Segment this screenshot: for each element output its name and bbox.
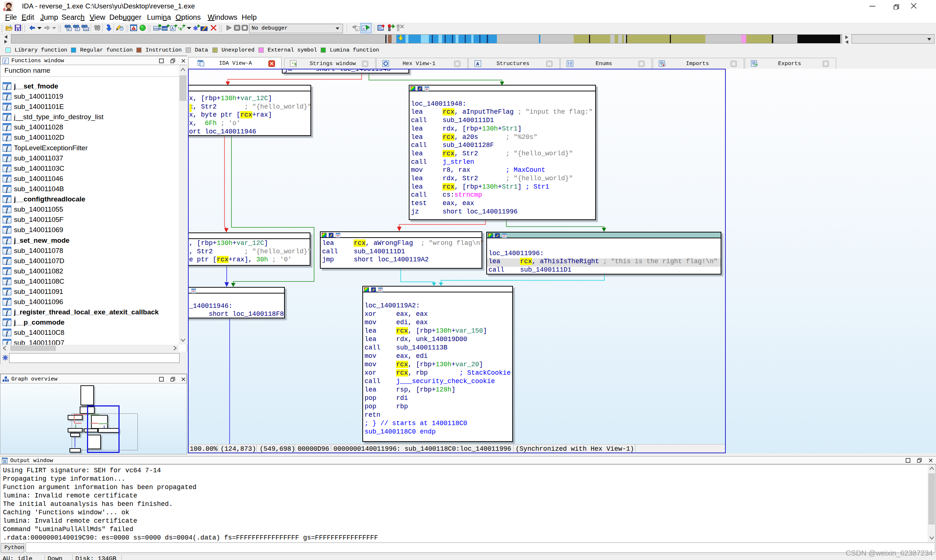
svg-text:‘s’: ‘s’ <box>178 26 183 31</box>
svg-text:!: ! <box>133 27 134 30</box>
svg-text:A: A <box>476 62 479 67</box>
svg-text:6: 6 <box>3 7 6 11</box>
svg-text:CODE: CODE <box>154 28 161 30</box>
svg-text:c: c <box>357 28 358 31</box>
svg-text:101: 101 <box>84 28 89 31</box>
svg-text:#: # <box>68 28 69 31</box>
svg-text:T: T <box>76 28 78 31</box>
svg-text:c: c <box>363 27 365 31</box>
svg-text:‘s’: ‘s’ <box>291 62 297 67</box>
svg-text:A: A <box>171 26 174 31</box>
svg-text:DATA: DATA <box>162 28 169 30</box>
